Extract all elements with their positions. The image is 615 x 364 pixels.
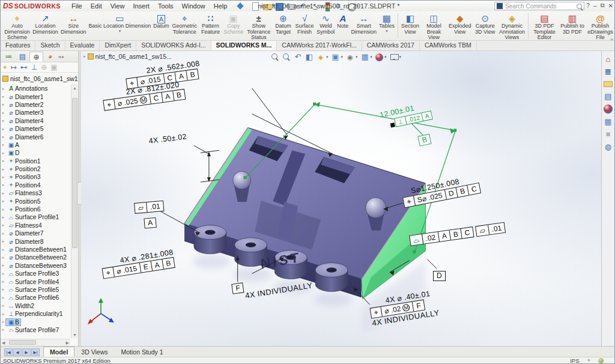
expand-arrow-icon[interactable]: ▸ xyxy=(1,215,6,220)
tree-item-surface-profile3[interactable]: ▸Surface Profile3 xyxy=(1,270,70,278)
menu-insert[interactable]: Insert xyxy=(133,2,150,10)
ribbon-overflow-chevron[interactable]: » xyxy=(610,37,613,41)
expand-arrow-icon[interactable]: ▸ xyxy=(1,118,6,123)
bottom-tab-model[interactable]: Model xyxy=(43,347,74,357)
expand-arrow-icon[interactable]: ▸ xyxy=(1,94,6,99)
tree-item-distancebetween2[interactable]: ▸DistanceBetween2 xyxy=(1,253,70,261)
expand-arrow-icon[interactable]: ▸ xyxy=(1,303,6,308)
tree-item-surface-profile7[interactable]: ▸Surface Profile7 xyxy=(1,326,70,334)
dropdown-caret-icon[interactable]: ▾ xyxy=(371,55,373,59)
menu-help[interactable]: Help xyxy=(214,2,228,10)
tree-item-position4[interactable]: ▸Position4 xyxy=(1,181,70,189)
section-view-icon[interactable] xyxy=(304,52,314,62)
tree-item-d[interactable]: ▸D xyxy=(1,149,70,157)
dropdown-caret-icon[interactable]: ▾ xyxy=(341,55,344,59)
unit-system-caret-icon[interactable]: ▾ xyxy=(587,358,590,363)
tree-item-width2[interactable]: ▸Width2 xyxy=(1,302,70,310)
unit-system-label[interactable]: IPS xyxy=(570,357,579,364)
tree-item-diameter1[interactable]: ▸Diameter1 xyxy=(1,93,70,100)
annotation-flatness[interactable]: ▱.01 A xyxy=(134,200,166,229)
panel-tab-scroll-right-icon[interactable]: ▸ xyxy=(62,54,64,59)
zoom-area-icon[interactable] xyxy=(282,52,291,62)
expand-arrow-icon[interactable]: ▸ xyxy=(1,199,6,204)
pin-icon[interactable] xyxy=(237,2,244,9)
datum-flag-d[interactable]: D xyxy=(433,270,446,281)
tree-root-item[interactable]: nist_ftc_06_asme1_sw1500_rd_ xyxy=(1,74,78,83)
dropdown-caret-icon[interactable]: ▾ xyxy=(356,55,358,59)
scroll-up-icon[interactable]: ▲ xyxy=(71,86,78,90)
tree-vertical-scrollbar[interactable]: ▲ ▼ xyxy=(71,85,78,338)
scenes-icon[interactable] xyxy=(604,117,613,126)
hscroll-thumb[interactable] xyxy=(9,340,36,345)
scroll-left-icon[interactable]: ◀ xyxy=(2,341,5,345)
ribbon-button-pattern-feature[interactable]: Pattern Feature xyxy=(199,13,222,35)
command-tab-camworks-2017[interactable]: CAMWorks 2017 xyxy=(362,41,420,50)
ribbon-button-capture-3d-view[interactable]: Capture 3D View xyxy=(472,13,497,35)
ribbon-button-basic-location-dimension[interactable]: Basic Location Dimension▾ xyxy=(88,13,153,33)
bottom-tab-motion-study-1[interactable]: Motion Study 1 xyxy=(115,347,170,357)
ribbon-button-note[interactable]: Note xyxy=(336,13,350,30)
expand-arrow-icon[interactable]: ▸ xyxy=(1,320,6,324)
tree-horizontal-scrollbar[interactable]: ◀ ▶ xyxy=(1,339,70,346)
menu-edit[interactable]: Edit xyxy=(91,2,102,10)
tree-item-distancebetween3[interactable]: ▸DistanceBetween3 xyxy=(1,262,70,270)
expand-arrow-icon[interactable]: ▸ xyxy=(1,247,6,252)
ribbon-button-datum[interactable]: Datum xyxy=(152,13,171,30)
tab-next-icon[interactable]: ▶ xyxy=(22,348,31,356)
tree-item-diameter8[interactable]: ▸Diameter8 xyxy=(1,237,70,245)
expand-arrow-icon[interactable]: ▸ xyxy=(1,175,6,180)
tab-prev-icon[interactable]: ◀ xyxy=(13,348,22,356)
home-icon[interactable] xyxy=(604,55,613,64)
tree-item-diameter3[interactable]: ▸Diameter3 xyxy=(1,109,70,117)
tab-first-icon[interactable]: |◀ xyxy=(4,348,13,356)
search-commands-input[interactable]: Search Commands xyxy=(494,2,584,10)
previous-view-icon[interactable] xyxy=(293,52,303,62)
viewport-document-breadcrumb[interactable]: ▸ nist_ftc_06_asme1_sw15... xyxy=(83,53,172,60)
dropdown-caret-icon[interactable]: ▾ xyxy=(399,55,402,59)
tree-item-diameter5[interactable]: ▸Diameter5 xyxy=(1,125,70,133)
scene-icon[interactable] xyxy=(389,52,399,62)
tree-item-surface-profile1[interactable]: ▸Surface Profile1 xyxy=(1,213,70,221)
expand-arrow-icon[interactable]: ▸ xyxy=(1,255,6,260)
search-icon[interactable] xyxy=(577,4,582,9)
tree-item-a[interactable]: ▸A xyxy=(1,141,70,149)
close-button[interactable]: ✕ xyxy=(608,2,613,9)
tab-displaymanager[interactable]: ◕ xyxy=(43,52,57,62)
menu-view[interactable]: View xyxy=(111,2,125,10)
expand-arrow-icon[interactable]: ▸ xyxy=(1,296,6,300)
expand-arrow-icon[interactable]: ▸ xyxy=(1,223,6,228)
datum-flag-b[interactable]: B xyxy=(417,133,432,147)
expand-arrow-icon[interactable]: ▸ xyxy=(1,191,6,196)
tree-item-flatness3[interactable]: ▸Flatness3 xyxy=(1,189,70,197)
panel-tab-scroll-left-icon[interactable]: ◂ xyxy=(58,54,61,59)
tree-item-diameter6[interactable]: ▸Diameter6 xyxy=(1,133,70,141)
dimxpert-copy-icon[interactable]: ▣ xyxy=(50,63,57,71)
dimxpert-datum-icon[interactable]: ⊥ xyxy=(31,63,37,71)
command-tab-solidworks-add-i[interactable]: SOLIDWORKS Add-I... xyxy=(136,41,211,50)
tree-item-position6[interactable]: ▸Position6 xyxy=(1,205,70,213)
bottom-tab-3d-views[interactable]: 3D Views xyxy=(74,347,114,357)
expand-arrow-icon[interactable]: ▸ xyxy=(1,151,6,156)
menu-tools[interactable]: Tools xyxy=(158,2,174,10)
scroll-down-icon[interactable]: ▼ xyxy=(71,333,78,337)
hide-show-icon[interactable] xyxy=(345,52,355,62)
expand-arrow-icon[interactable]: ▸ xyxy=(1,127,6,132)
view-orientation-icon[interactable] xyxy=(360,52,370,62)
ribbon-button-show-tolerance-status[interactable]: Show Tolerance Status xyxy=(244,13,273,41)
menu-file[interactable]: File xyxy=(71,2,82,10)
custom-properties-icon[interactable] xyxy=(604,130,613,139)
tree-item-position2[interactable]: ▸Position2 xyxy=(1,165,70,173)
expand-arrow-icon[interactable]: ▸ xyxy=(1,312,6,317)
command-tab-camworks-2017-workfl[interactable]: CAMWorks 2017-WorkFl... xyxy=(277,41,362,50)
vscroll-thumb[interactable] xyxy=(72,98,77,248)
tab-featuremanager[interactable]: ≔ xyxy=(2,52,16,62)
help-button[interactable]: ? xyxy=(586,2,590,9)
datum-flag-f[interactable]: F xyxy=(231,281,244,294)
view-palette-icon[interactable] xyxy=(604,92,613,101)
tree-item-position5[interactable]: ▸Position5 xyxy=(1,197,70,205)
command-tab-dimxpert[interactable]: DimXpert xyxy=(100,41,136,50)
command-tab-sketch[interactable]: Sketch xyxy=(35,41,65,50)
expand-arrow-icon[interactable]: ▸ xyxy=(1,102,6,107)
design-library-icon[interactable] xyxy=(604,67,613,76)
tree-item-diameter2[interactable]: ▸Diameter2 xyxy=(1,101,70,109)
